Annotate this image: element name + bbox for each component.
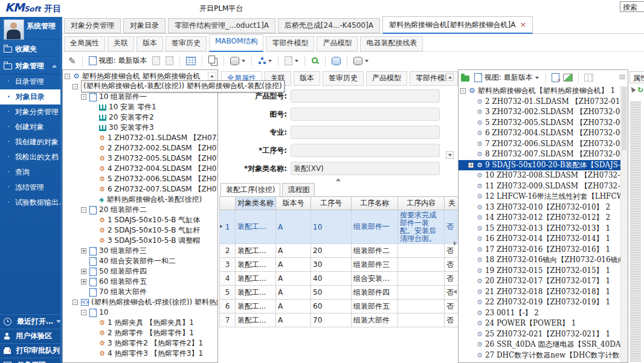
- form-scrollbar[interactable]: [446, 73, 454, 159]
- key-process-cell[interactable]: 否: [445, 272, 460, 286]
- tree-item[interactable]: - 10: [63, 307, 217, 318]
- row-number-cell[interactable]: 3: [220, 258, 236, 272]
- tree-item[interactable]: 4 ZH0732-004.SLDASM 【ZH0732-004.SLDASM】: [63, 164, 217, 174]
- tree-item[interactable]: 17 ZH0732-016【ZH0732-016】 1: [459, 245, 621, 255]
- sidebar-menu-item[interactable]: 创建对象: [0, 120, 60, 135]
- process-name-cell[interactable]: 组合安装...: [352, 272, 398, 286]
- tree-item[interactable]: 塑料热熔接铆合机-装配(徐挖): [63, 194, 217, 205]
- tree-item[interactable]: 11 ZH0732-009.SLDASM 【ZH0732-009.SLDASM】…: [459, 181, 621, 192]
- tree-expander[interactable]: -: [460, 88, 466, 94]
- version-cell[interactable]: A: [276, 272, 311, 286]
- key-process-cell[interactable]: 否: [445, 244, 460, 258]
- column-header[interactable]: 工序名称: [352, 197, 398, 210]
- tree-item[interactable]: 2 热熔零件 【热熔零件】1: [63, 328, 217, 338]
- document-tab[interactable]: 对象目录 ×: [123, 18, 166, 33]
- copy-structure-button[interactable]: [207, 54, 219, 68]
- tree-item[interactable]: - 20 组装部件二: [63, 205, 217, 215]
- tree-expander[interactable]: +: [81, 279, 86, 284]
- tree-item[interactable]: 14 ZH0732-012【ZH0732-012】 2: [459, 213, 621, 223]
- view-tab[interactable]: 版本: [137, 36, 163, 51]
- process-table-tab[interactable]: 装配工序(徐挖): [221, 183, 280, 197]
- tree-expander[interactable]: +: [468, 162, 474, 168]
- tree-item[interactable]: 70 组装大部件: [63, 287, 217, 297]
- search-refresh-button[interactable]: [310, 54, 320, 68]
- form-field-input[interactable]: [291, 144, 440, 157]
- compare-button[interactable]: [330, 54, 342, 68]
- scrollbar-thumb[interactable]: [622, 87, 626, 150]
- row-number-cell[interactable]: 5: [220, 286, 236, 300]
- tree-item[interactable]: 3 ZH0732-005.SLDASM 【ZH0732-005.SLDASM】: [63, 153, 217, 164]
- avatar[interactable]: [4, 19, 24, 40]
- process-number-cell[interactable]: 30: [311, 258, 352, 272]
- tree-item[interactable]: 1 SDAJS-50x10-5-B 气缸体: [63, 215, 217, 225]
- view-tab[interactable]: 电器装配接线表: [360, 36, 423, 51]
- process-name-cell[interactable]: 组装部件五: [352, 300, 398, 313]
- tree-item[interactable]: 22 ZH0732-019【ZH0732-019】 1: [459, 297, 621, 308]
- tree-item[interactable]: 19 ZH0732-015【ZH0732-015】 1: [459, 266, 621, 277]
- table-row[interactable]: 2 装配工... A 20 组装部件二 否: [220, 244, 460, 258]
- object-class-cell[interactable]: 装配工...: [236, 300, 276, 313]
- tree-item[interactable]: 7 ZH0732-006.SLDASM 【ZH0732-006.SLDASM】 …: [459, 139, 621, 150]
- sidebar-menu-item[interactable]: 试验数据输出…: [0, 195, 60, 210]
- tree-expander[interactable]: -: [81, 94, 86, 100]
- key-process-cell[interactable]: 否: [445, 210, 460, 244]
- object-class-cell[interactable]: 装配工...: [236, 272, 276, 286]
- sidebar-menu-item[interactable]: 我检出的文档: [0, 150, 60, 165]
- tree-item[interactable]: 15 ZH0732-013【ZH0732-013】 1: [459, 223, 621, 234]
- sync-folder-icon[interactable]: [461, 75, 469, 82]
- table-row[interactable]: 5 装配工... A 50 组装部件四 否: [220, 286, 460, 300]
- row-number-cell[interactable]: 6: [220, 300, 236, 313]
- sidebar-menu-item[interactable]: 我创建的对象: [0, 135, 60, 150]
- tree-item[interactable]: 20 ZH0732-017【ZH0732-017】 1: [459, 276, 621, 287]
- process-content-cell[interactable]: [398, 300, 445, 313]
- sidebar-menu-item[interactable]: 查询: [0, 165, 60, 180]
- process-name-cell[interactable]: 组装部件一: [352, 210, 398, 244]
- process-table-tab[interactable]: 流程图: [282, 183, 315, 197]
- tree-item[interactable]: 2 ZH0732-002.SLDASM 【ZH0732-002.SLDASM】: [63, 143, 217, 153]
- tree-item[interactable]: 3 ZH0732-002.SLDASM 【ZH0732-002.SLDASM】 …: [459, 107, 621, 118]
- table-row[interactable]: 4 装配工... A 40 组合安装... 否: [220, 272, 460, 286]
- tree-item[interactable]: 2 SDAJS-50x10-5-B 气缸杆: [63, 225, 217, 236]
- refresh-icon[interactable]: [637, 86, 643, 94]
- tree-item[interactable]: 18 ZH0732-016镜向【ZH0732-016镜向】 1: [459, 255, 621, 266]
- tree-expander[interactable]: -: [72, 84, 78, 89]
- tree-item[interactable]: 26 SSR_40DA 固态继电器【SSR_40DA 固态继电器】: [459, 339, 621, 350]
- edit-table-button[interactable]: [185, 54, 197, 68]
- tree-item[interactable]: - 10 组装部件一: [63, 92, 217, 102]
- tree-item[interactable]: 1 热熔夹具 【热熔夹具】1: [63, 318, 217, 328]
- process-number-cell[interactable]: 50: [311, 286, 352, 300]
- sidebar-bottom-item[interactable]: 任务管理: [0, 358, 60, 363]
- tree-item[interactable]: 8 ZH0732-007.SLDASM 【ZH0732-007.SLDASM】 …: [459, 149, 621, 160]
- scroll-up-button[interactable]: [446, 73, 454, 81]
- view-tab[interactable]: 关联: [108, 36, 134, 51]
- scroll-down-button[interactable]: [446, 151, 454, 159]
- process-content-cell[interactable]: [398, 286, 445, 300]
- sidebar-menu-item[interactable]: 对象目录: [0, 89, 60, 104]
- document-tab[interactable]: 后桥壳总成[24...-K4500]A ×: [278, 18, 380, 33]
- view-tab[interactable]: 签审历史: [166, 36, 207, 51]
- version-cell[interactable]: A: [276, 286, 311, 300]
- object-class-cell[interactable]: 装配工...: [236, 210, 276, 244]
- document-tab[interactable]: 零部件结构管理_...oduct1]A ×: [168, 18, 275, 33]
- document-menu-button[interactable]: [283, 54, 300, 68]
- collapse-pane-arrow[interactable]: [454, 289, 457, 294]
- filter-menu-button[interactable]: [352, 54, 370, 68]
- tree-item[interactable]: - 塑料热熔接铆合机【塑料热熔接铆合机】 1: [459, 86, 621, 97]
- tree-scrollbar[interactable]: [620, 86, 628, 362]
- tree-expander[interactable]: +: [81, 269, 86, 274]
- column-header[interactable]: 版本号: [276, 197, 311, 210]
- version-cell[interactable]: A: [276, 313, 311, 327]
- process-name-cell[interactable]: 组装大部件: [352, 313, 398, 327]
- key-process-cell[interactable]: 否: [445, 300, 460, 313]
- process-number-cell[interactable]: 10: [311, 210, 352, 244]
- tree-item[interactable]: 27 DHC数字计数器new【DHC数字计数器new】: [459, 350, 621, 361]
- key-process-cell[interactable]: 否: [445, 313, 460, 327]
- collapsed-panel-area[interactable]: [630, 101, 641, 362]
- view-version-button[interactable]: 视图: 最新版本: [88, 54, 149, 68]
- process-number-cell[interactable]: 70: [311, 313, 352, 327]
- row-number-cell[interactable]: 2: [220, 244, 236, 258]
- version-cell[interactable]: A: [276, 258, 311, 272]
- sidebar-item-favorites[interactable]: 收藏夹: [0, 40, 60, 57]
- process-number-cell[interactable]: 20: [311, 244, 352, 258]
- sidebar-bottom-item[interactable]: 用户体验区: [0, 329, 60, 343]
